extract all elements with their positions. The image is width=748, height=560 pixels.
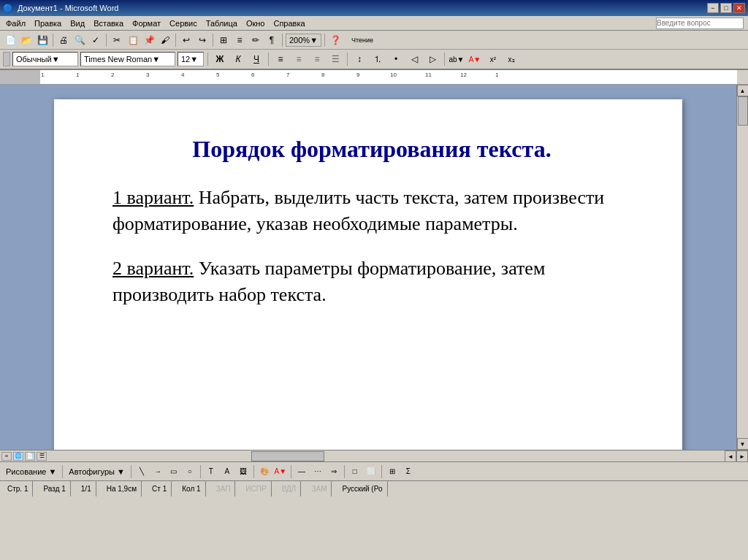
print-button[interactable]: 🖨 <box>56 33 71 47</box>
scroll-right-button[interactable]: ► <box>736 450 748 462</box>
redo-button[interactable]: ↪ <box>195 33 210 47</box>
menu-window[interactable]: Окно <box>242 18 270 29</box>
help-search-input[interactable] <box>656 18 744 29</box>
superscript-button[interactable]: x² <box>485 52 501 66</box>
horizontal-scroll-track[interactable] <box>48 450 725 461</box>
textbox-tool[interactable]: T <box>204 464 218 479</box>
italic-button[interactable]: К <box>230 52 246 66</box>
ruler-active <box>40 70 737 85</box>
columns-button[interactable]: ≡ <box>232 33 247 47</box>
title-bar-title: 🔵 Документ1 - Microsoft Word <box>3 4 118 13</box>
dash-style-button[interactable]: ⋯ <box>310 464 325 479</box>
menu-help[interactable]: Справка <box>269 18 309 29</box>
zoom-selector[interactable]: 200% ▼ <box>286 34 321 47</box>
document-area[interactable]: Порядок форматирования текста. 1 вариант… <box>0 85 736 450</box>
bold-icon: Ж <box>216 54 224 64</box>
reading-button[interactable]: Чтение <box>344 33 381 47</box>
separator-5 <box>282 34 283 47</box>
table-button[interactable]: ⊞ <box>216 33 231 47</box>
menu-file[interactable]: Файл <box>1 18 30 29</box>
web-view-button[interactable]: 🌐 <box>13 452 23 461</box>
font-dropdown-icon[interactable]: ▼ <box>152 55 160 64</box>
underline-button[interactable]: Ч <box>248 52 264 66</box>
menu-tools[interactable]: Сервис <box>165 18 202 29</box>
style-handle <box>3 52 10 66</box>
align-distribute-button[interactable]: ⊞ <box>385 464 400 479</box>
menu-insert[interactable]: Вставка <box>89 18 128 29</box>
line-color-button[interactable]: A▼ <box>273 464 288 479</box>
scroll-thumb[interactable] <box>738 96 748 126</box>
rect-tool[interactable]: ▭ <box>167 464 181 479</box>
copy-button[interactable]: 📋 <box>126 33 140 47</box>
align-center-button[interactable]: ≡ <box>291 52 307 66</box>
numbering-button[interactable]: ⒈ <box>370 52 386 66</box>
autoshapes-button[interactable]: Автофигуры ▼ <box>66 467 128 476</box>
menu-table[interactable]: Таблица <box>202 18 242 29</box>
font-color-button[interactable]: A▼ <box>467 52 483 66</box>
size-dropdown[interactable]: 12 ▼ <box>178 52 204 66</box>
arrow-style-button[interactable]: ⇒ <box>327 464 341 479</box>
font-dropdown[interactable]: Times New Roman ▼ <box>80 52 175 66</box>
menu-edit[interactable]: Правка <box>30 18 66 29</box>
new-button[interactable]: 📄 <box>3 33 18 47</box>
outline-view-button[interactable]: ☰ <box>37 452 47 461</box>
status-page-count: 1/1 <box>77 481 96 496</box>
scroll-up-button[interactable]: ▲ <box>737 85 749 96</box>
clipart-tool[interactable]: 🖼 <box>236 464 251 479</box>
style-dropdown[interactable]: Обычный ▼ <box>12 52 78 66</box>
line-spacing-button[interactable]: ↕ <box>351 52 367 66</box>
normal-view-button[interactable]: ≡ <box>1 452 12 461</box>
separator-6 <box>324 34 325 47</box>
size-dropdown-icon[interactable]: ▼ <box>190 55 198 64</box>
title-bar-controls[interactable]: − □ ✕ <box>707 3 745 13</box>
3d-button[interactable]: ⬜ <box>364 464 378 479</box>
bold-button[interactable]: Ж <box>212 52 228 66</box>
shadow-button[interactable]: □ <box>348 464 362 479</box>
menu-view[interactable]: Вид <box>66 18 89 29</box>
line-tool[interactable]: ╲ <box>134 464 149 479</box>
undo-button[interactable]: ↩ <box>179 33 194 47</box>
cut-button[interactable]: ✂ <box>110 33 124 47</box>
scroll-down-button[interactable]: ▼ <box>737 438 749 450</box>
fill-color-button[interactable]: 🎨 <box>257 464 272 479</box>
arrow-tool[interactable]: → <box>150 464 165 479</box>
subscript-button[interactable]: x₂ <box>503 52 519 66</box>
open-button[interactable]: 📂 <box>19 33 34 47</box>
preview-button[interactable]: 🔍 <box>72 33 87 47</box>
decrease-indent-button[interactable]: ◁ <box>406 52 422 66</box>
zoom-dropdown-icon[interactable]: ▼ <box>310 36 318 45</box>
paragraph-1: 1 вариант. Набрать, выделить часть текст… <box>112 185 631 238</box>
format-painter-button[interactable]: 🖌 <box>158 33 172 47</box>
justify-button[interactable]: ☰ <box>327 52 343 66</box>
vertical-scrollbar[interactable]: ▲ ▼ <box>736 85 748 450</box>
bullets-button[interactable]: • <box>388 52 404 66</box>
menu-bar: Файл Правка Вид Вставка Формат Сервис Та… <box>0 16 748 31</box>
drawing-button[interactable]: ✏ <box>248 33 263 47</box>
save-button[interactable]: 💾 <box>35 33 50 47</box>
drawing-menu-button[interactable]: Рисование ▼ <box>3 467 59 476</box>
print-view-button[interactable]: 📄 <box>25 452 35 461</box>
scroll-left-button[interactable]: ◄ <box>725 450 736 462</box>
increase-indent-button[interactable]: ▷ <box>424 52 440 66</box>
maximize-button[interactable]: □ <box>720 3 732 13</box>
spell-button[interactable]: ✓ <box>88 33 103 47</box>
align-right-button[interactable]: ≡ <box>309 52 325 66</box>
line-style-button[interactable]: — <box>294 464 309 479</box>
scroll-track[interactable] <box>737 96 748 438</box>
wordart-tool[interactable]: A <box>220 464 234 479</box>
highlight-button[interactable]: ab▼ <box>449 52 465 66</box>
minimize-button[interactable]: − <box>707 3 719 13</box>
menu-format[interactable]: Формат <box>128 18 165 29</box>
draw-sep-7 <box>381 465 382 478</box>
close-button[interactable]: ✕ <box>733 3 745 13</box>
paste-button[interactable]: 📌 <box>142 33 156 47</box>
ellipse-tool[interactable]: ○ <box>183 464 197 479</box>
draw-sep-1 <box>62 465 63 478</box>
horizontal-scroll-thumb[interactable] <box>251 451 324 461</box>
status-recording: ЗАП <box>212 481 236 496</box>
show-para-button[interactable]: ¶ <box>264 33 279 47</box>
sum-button[interactable]: Σ <box>401 464 416 479</box>
style-dropdown-icon[interactable]: ▼ <box>52 55 60 64</box>
help-button[interactable]: ❓ <box>328 33 343 47</box>
align-left-button[interactable]: ≡ <box>272 52 289 66</box>
